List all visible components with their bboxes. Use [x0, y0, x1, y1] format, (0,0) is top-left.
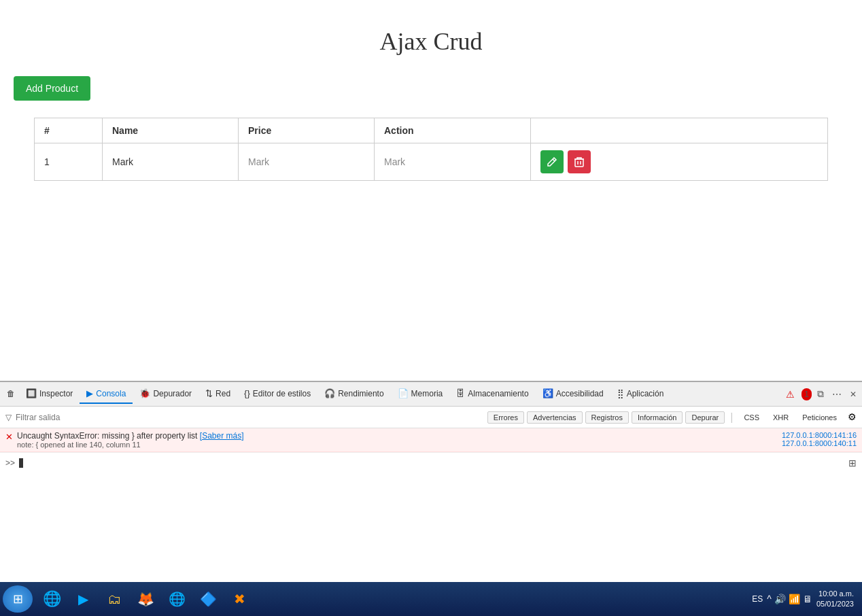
windows-logo-icon: ⊞ [13, 592, 23, 606]
taskbar-app-chrome[interactable]: 🌐 [162, 585, 192, 613]
error-learn-more-link[interactable]: [Saber más] [200, 431, 244, 441]
filter-css-button[interactable]: CSS [738, 411, 765, 424]
error-location-2[interactable]: 127.0.0.1:8000:140:11 [782, 439, 857, 447]
error-locations: 127.0.0.1:8000:141:16 127.0.0.1:8000:140… [782, 431, 857, 447]
taskbar-display-icon[interactable]: 🖥 [803, 594, 812, 604]
page-title: Ajax Crud [0, 0, 862, 76]
filter-info-button[interactable]: Información [632, 411, 683, 424]
tab-editor-estilos[interactable]: {} Editor de estilos [237, 384, 317, 404]
error-row: ✕ Uncaught SyntaxError: missing } after … [0, 428, 862, 452]
taskbar-system-icons: ^ 🔊 📶 🖥 [767, 594, 812, 604]
error-row-text: Uncaught SyntaxError: missing } after pr… [17, 431, 782, 449]
cell-price: Mark [239, 143, 375, 181]
devtools-close-button[interactable]: ✕ [847, 388, 859, 400]
filter-settings-icon[interactable]: ⚙ [848, 411, 857, 424]
tab-memoria[interactable]: 📄 Memoria [391, 384, 450, 404]
filter-icon: ▽ [5, 413, 12, 422]
taskbar-right: ES ^ 🔊 📶 🖥 10:00 a.m. 05/01/2023 [752, 589, 859, 610]
tab-depurador[interactable]: 🐞 Depurador [133, 384, 199, 404]
filter-warnings-button[interactable]: Advertencias [527, 411, 583, 424]
taskbar-app-explorer[interactable]: 🗂 [99, 585, 129, 613]
filter-sep: | [730, 411, 733, 424]
col-name: Name [103, 118, 239, 143]
tab-accesibilidad[interactable]: ♿ Accesibilidad [536, 384, 610, 404]
cell-id: 1 [35, 143, 103, 181]
edit-button[interactable] [540, 150, 564, 173]
tab-aplicacion[interactable]: ⣿ Aplicación [610, 384, 671, 404]
action-buttons [540, 150, 818, 173]
taskbar-up-arrow-icon[interactable]: ^ [767, 594, 772, 604]
error-row-icon: ✕ [5, 432, 13, 442]
col-id: # [35, 118, 103, 143]
filter-xhr-button[interactable]: XHR [768, 411, 794, 424]
tab-red-label: Red [216, 389, 230, 398]
red-icon: ⇅ [205, 388, 213, 398]
filter-debug-button[interactable]: Depurar [685, 411, 725, 424]
aplicacion-icon: ⣿ [617, 388, 624, 398]
col-price: Price [239, 118, 375, 143]
tab-rendimiento-label: Rendimiento [338, 389, 383, 398]
filter-buttons: Errores Advertencias Registros Informaci… [487, 411, 857, 424]
tab-aplicacion-label: Aplicación [627, 389, 664, 398]
filter-peticiones-button[interactable]: Peticiones [797, 411, 842, 424]
tab-almacenamiento[interactable]: 🗄 Almacenamiento [449, 384, 535, 404]
taskbar-network-icon[interactable]: 📶 [789, 594, 800, 604]
console-chevron-icon: >> [5, 458, 15, 468]
devtools-console-content: ✕ Uncaught SyntaxError: missing } after … [0, 428, 862, 582]
error-note-text: note: { opened at line 140, column 11 [17, 441, 782, 449]
devtools-filter-toolbar: ▽ Errores Advertencias Registros Informa… [0, 407, 862, 428]
media-icon: ▶ [78, 591, 88, 607]
console-cursor [19, 458, 23, 468]
devtools-right-icons: ⚠ 1 ⧉ ⋯ ✕ [783, 387, 859, 401]
tab-depurador-label: Depurador [153, 389, 192, 398]
console-expand-icon[interactable]: ⊞ [848, 458, 857, 468]
taskbar-date: 05/01/2023 [816, 599, 854, 609]
taskbar-app-visual-studio[interactable]: 🔷 [193, 585, 223, 613]
taskbar-app-media[interactable]: ▶ [68, 585, 98, 613]
start-button[interactable]: ⊞ [3, 585, 33, 613]
tab-rendimiento[interactable]: 🎧 Rendimiento [317, 384, 390, 404]
taskbar: ⊞ 🌐 ▶ 🗂 🦊 🌐 🔷 ✖ ES ^ 🔊 📶 🖥 10:00 a.m. 05… [0, 582, 862, 616]
tab-inspector[interactable]: 🔲 Inspector [19, 384, 80, 404]
svg-rect-0 [575, 159, 583, 167]
error-badge: 1 [801, 388, 812, 400]
cell-name: Mark [103, 143, 239, 181]
almacenamiento-icon: 🗄 [456, 388, 465, 398]
explorer-icon: 🗂 [107, 592, 121, 607]
filter-logs-button[interactable]: Registros [585, 411, 629, 424]
devtools-clear-btn[interactable]: 🗑 [3, 385, 19, 404]
devtools-tabs-bar: 🗑 🔲 Inspector ▶ Consola 🐞 Depurador ⇅ Re… [0, 382, 862, 407]
tab-memoria-label: Memoria [411, 389, 443, 398]
depurador-icon: 🐞 [139, 388, 150, 398]
filter-input[interactable] [16, 413, 483, 422]
inspector-icon: 🔲 [26, 388, 37, 398]
devtools-tabs-row: 🗑 🔲 Inspector ▶ Consola 🐞 Depurador ⇅ Re… [3, 384, 859, 404]
taskbar-app-xampp[interactable]: ✖ [224, 585, 254, 613]
taskbar-app-ie[interactable]: 🌐 [37, 585, 67, 613]
taskbar-app-firefox[interactable]: 🦊 [131, 585, 160, 613]
add-product-button[interactable]: Add Product [14, 76, 90, 101]
vs-icon: 🔷 [200, 591, 217, 607]
taskbar-volume-icon[interactable]: 🔊 [774, 594, 786, 604]
tab-red[interactable]: ⇅ Red [199, 384, 237, 404]
xampp-icon: ✖ [234, 591, 245, 607]
devtools-popout-icon[interactable]: ⧉ [814, 387, 827, 401]
console-input-row: >> ⊞ [0, 452, 862, 473]
taskbar-time: 10:00 a.m. [816, 589, 854, 599]
delete-button[interactable] [568, 150, 591, 173]
error-message: Uncaught SyntaxError: missing } after pr… [17, 431, 197, 441]
memoria-icon: 📄 [398, 388, 409, 398]
consola-icon: ▶ [86, 388, 93, 398]
rendimiento-icon: 🎧 [324, 388, 335, 398]
accesibilidad-icon: ♿ [542, 388, 553, 398]
taskbar-language: ES [752, 594, 763, 604]
filter-errors-button[interactable]: Errores [487, 411, 524, 424]
error-badge-icon: ⚠ [783, 388, 797, 401]
tab-consola[interactable]: ▶ Consola [80, 384, 133, 404]
tab-editor-estilos-label: Editor de estilos [253, 389, 311, 398]
tab-accesibilidad-label: Accesibilidad [556, 389, 604, 398]
devtools-more-icon[interactable]: ⋯ [829, 388, 844, 401]
col-extra [531, 118, 828, 143]
chrome-icon: 🌐 [169, 591, 186, 607]
error-location-1[interactable]: 127.0.0.1:8000:141:16 [782, 431, 857, 439]
